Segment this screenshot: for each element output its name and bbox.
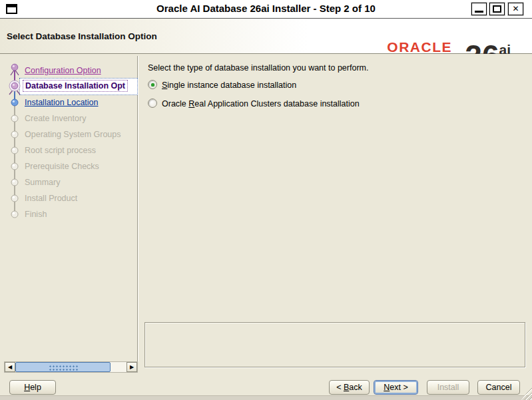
sidebar-separator-highlight (138, 56, 138, 361)
page-title: Select Database Installation Option (7, 31, 157, 41)
back-button[interactable]: < Back (329, 380, 370, 395)
single-instance-label[interactable]: Single instance database installation (162, 81, 296, 90)
sidebar-step-installation-location[interactable]: Installation Location (0, 95, 138, 110)
install-button[interactable]: Install (427, 380, 469, 395)
wizard-body: Configuration Option Database Installati… (0, 54, 532, 400)
minimize-icon (475, 11, 483, 13)
title-bar: Oracle AI Database 26ai Installer - Step… (0, 0, 532, 19)
sidebar-step-database-installation-option[interactable]: Database Installation Opt (0, 79, 138, 95)
scrollbar-thumb[interactable] (15, 362, 111, 372)
window-bottom-strip (0, 395, 532, 400)
oracle-wordmark: ORACLE (387, 40, 452, 55)
scroll-left-button[interactable]: ◀ (5, 362, 15, 372)
maximize-icon (493, 5, 501, 13)
help-button[interactable]: Help (9, 380, 56, 395)
step-pending-icon (10, 146, 19, 158)
single-instance-radio[interactable] (148, 80, 157, 89)
sidebar-step-create-inventory: Create Inventory (0, 110, 138, 126)
sidebar-step-root-script-process: Root script process (0, 142, 138, 158)
sidebar-step-operating-system-groups: Operating System Groups (0, 126, 138, 142)
maximize-button[interactable] (489, 3, 505, 15)
rac-label[interactable]: Oracle Real Application Clusters databas… (162, 99, 360, 108)
scroll-right-button[interactable]: ▶ (127, 362, 137, 372)
current-step-highlight: Database Installation Opt (19, 78, 138, 95)
wizard-header: Select Database Installation Option ORAC… (0, 19, 532, 54)
window-title: Oracle AI Database 26ai Installer - Step… (0, 3, 532, 14)
step-linked-icon (10, 98, 19, 110)
close-icon: ✕ (512, 4, 519, 13)
next-button[interactable]: Next > (374, 380, 418, 395)
rac-radio[interactable] (148, 99, 157, 108)
close-button[interactable]: ✕ (508, 3, 523, 15)
sidebar-step-finish: Finish (0, 206, 138, 222)
scrollbar-thumb-grip-icon (49, 365, 78, 371)
cancel-button[interactable]: Cancel (477, 380, 520, 395)
scroll-right-icon: ▶ (130, 364, 134, 370)
sidebar-horizontal-scrollbar[interactable]: ◀ ▶ (4, 361, 138, 373)
step-pending-icon (10, 130, 19, 142)
minimize-button[interactable] (471, 3, 487, 15)
step-pending-icon (10, 162, 19, 174)
sidebar-step-summary: Summary (0, 174, 138, 190)
message-box (144, 322, 525, 367)
step-pending-icon (10, 194, 19, 206)
sidebar-step-install-product: Install Product (0, 190, 138, 206)
step-pending-icon (10, 114, 19, 126)
resize-grip[interactable] (521, 386, 532, 400)
step-pending-icon (10, 178, 19, 190)
scroll-left-icon: ◀ (8, 364, 12, 370)
sidebar-step-prerequisite-checks: Prerequisite Checks (0, 158, 138, 174)
install-type-prompt: Select the type of database installation… (148, 63, 368, 73)
sidebar-step-configuration-option[interactable]: Configuration Option (0, 63, 138, 79)
step-pending-icon (10, 210, 19, 222)
